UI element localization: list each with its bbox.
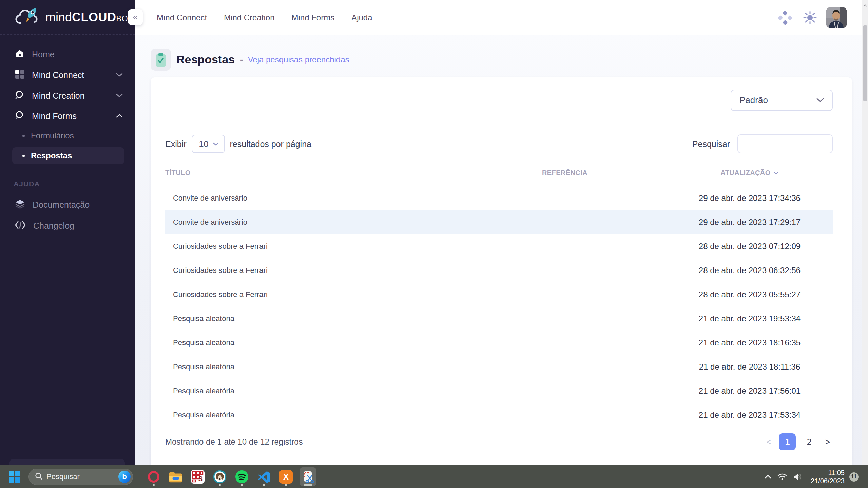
home-icon (15, 49, 24, 59)
cell-reference (480, 379, 650, 403)
table-body: Convite de aniversário 29 de abr. de 202… (151, 186, 852, 427)
chevron-down-icon (116, 93, 123, 99)
column-header-referencia[interactable]: REFERÊNCIA (480, 169, 650, 177)
preset-select[interactable]: Padrão (731, 90, 833, 111)
file-explorer-icon[interactable] (168, 467, 184, 486)
clock-time: 11:05 (811, 469, 845, 477)
vscode-icon[interactable] (256, 467, 272, 486)
page-title: Respostas (176, 53, 235, 66)
cell-title: Pesquisa aleatória (173, 355, 234, 379)
user-avatar[interactable] (826, 7, 847, 28)
nav-link-mind-forms[interactable]: Mind Forms (291, 13, 334, 22)
table-row[interactable]: Pesquisa aleatória 21 de abr. de 2023 17… (165, 379, 833, 403)
layers-icon (15, 199, 25, 210)
sidebar-collapse-button[interactable] (128, 9, 143, 25)
sidebar-item-documentacao[interactable]: Documentação (0, 196, 135, 213)
chevron-down-icon (116, 72, 123, 78)
chevron-down-icon (213, 141, 219, 147)
page-size-value: 10 (199, 139, 213, 149)
apps-grid-icon[interactable] (777, 0, 793, 35)
wifi-icon[interactable] (777, 473, 787, 481)
records-summary: Mostrando de 1 até 10 de 12 registros (165, 437, 303, 447)
sql-tool-icon[interactable] (190, 467, 206, 486)
vertical-scrollbar[interactable] (862, 0, 868, 465)
column-header-atualizacao[interactable]: ATUALIZAÇÃO (665, 169, 834, 177)
sidebar-item-formularios[interactable]: Formulários (0, 127, 135, 144)
search-input[interactable] (737, 134, 833, 153)
clipboard-check-icon (151, 49, 171, 71)
sidebar-item-label: Documentação (33, 200, 90, 210)
table-row[interactable]: Curiosidades sobre a Ferrari 28 de abr. … (165, 234, 833, 258)
opera-icon[interactable] (146, 467, 162, 486)
pagination-page-1[interactable]: 1 (779, 433, 796, 450)
page-size-control: Exibir 10 resultados por página (165, 135, 311, 153)
pagination-next-button[interactable]: > (822, 437, 833, 447)
code-icon (15, 221, 26, 230)
page-size-select[interactable]: 10 (192, 135, 225, 153)
brand-logo[interactable]: mindCLOUDBOX (0, 0, 135, 35)
dbeaver-icon[interactable] (212, 467, 228, 486)
taskbar-clock[interactable]: 11:05 21/06/2023 (811, 469, 845, 485)
cell-reference (480, 331, 650, 355)
windows-start-icon[interactable] (9, 471, 20, 484)
cell-reference (480, 210, 650, 234)
sidebar-subitem-label: Respostas (31, 151, 72, 161)
cell-title: Convite de aniversário (173, 186, 247, 210)
chevron-up-icon (116, 113, 123, 119)
nav-link-mind-connect[interactable]: Mind Connect (157, 13, 207, 22)
table-row[interactable]: Pesquisa aleatória 21 de abr. de 2023 17… (165, 403, 833, 427)
nav-link-ajuda[interactable]: Ajuda (351, 13, 372, 22)
sidebar-item-changelog[interactable]: Changelog (0, 217, 135, 234)
nav-link-mind-creation[interactable]: Mind Creation (224, 13, 274, 22)
table-header-row: TÍTULO REFERÊNCIA ATUALIZAÇÃO (165, 169, 833, 180)
taskbar-apps (146, 467, 316, 486)
table-row[interactable]: Convite de aniversário 29 de abr. de 202… (165, 210, 833, 234)
sidebar-item-mind-forms[interactable]: Mind Forms (0, 108, 135, 125)
sidebar-item-label: Home (32, 50, 55, 59)
table-row[interactable]: Curiosidades sobre a Ferrari 28 de abr. … (165, 258, 833, 282)
scrollbar-thumb[interactable] (863, 25, 867, 101)
notification-count-badge[interactable]: 11 (849, 472, 859, 482)
cell-title: Pesquisa aleatória (173, 403, 234, 427)
show-label: Exibir (165, 139, 187, 149)
table-row[interactable]: Convite de aniversário 29 de abr. de 202… (165, 186, 833, 210)
xampp-icon[interactable] (278, 467, 294, 486)
table-row[interactable]: Curiosidades sobre a Ferrari 28 de abr. … (165, 282, 833, 306)
cell-reference (480, 306, 650, 331)
sidebar-item-mind-creation[interactable]: Mind Creation (0, 87, 135, 104)
table-search: Pesquisar (692, 134, 833, 153)
search-icon (35, 472, 42, 481)
sidebar-item-label: Changelog (33, 221, 74, 231)
spotify-icon[interactable] (234, 467, 250, 486)
sidebar-item-home[interactable]: Home (0, 46, 135, 63)
sidebar-item-label: Mind Forms (32, 111, 77, 121)
snipping-tool-icon[interactable] (300, 467, 316, 486)
app-window: mindCLOUDBOX Home Mind Connect Mind Crea… (0, 0, 868, 488)
sidebar-item-mind-connect[interactable]: Mind Connect (0, 67, 135, 83)
magnifier-icon (15, 111, 24, 121)
table-row[interactable]: Pesquisa aleatória 21 de abr. de 2023 18… (165, 355, 833, 379)
page-subtitle-link[interactable]: Veja pesquisas preenchidas (248, 55, 349, 64)
cell-title: Curiosidades sobre a Ferrari (173, 258, 268, 282)
hidden-icons-chevron[interactable] (765, 475, 771, 479)
search-label: Pesquisar (692, 139, 730, 149)
column-header-titulo[interactable]: TÍTULO (165, 169, 191, 177)
chevron-down-icon (816, 97, 824, 104)
cell-updated: 21 de abr. de 2023 17:56:01 (665, 379, 834, 403)
cloud-rocket-logo-icon (15, 7, 41, 27)
volume-icon[interactable] (793, 473, 803, 481)
cell-reference (480, 258, 650, 282)
brand-word-light: mind (45, 10, 72, 24)
table-row[interactable]: Pesquisa aleatória 21 de abr. de 2023 18… (165, 331, 833, 355)
brand-wordmark: mindCLOUDBOX (45, 10, 134, 24)
sidebar-item-label: Mind Creation (32, 91, 85, 101)
header-nav: Mind Connect Mind Creation Mind Forms Aj… (157, 0, 372, 35)
pagination-page-2[interactable]: 2 (801, 433, 817, 450)
pagination-prev-button[interactable]: < (764, 437, 774, 447)
theme-sun-icon[interactable] (803, 0, 817, 35)
taskbar-tray: 11:05 21/06/2023 11 (765, 465, 859, 488)
sidebar-item-respostas[interactable]: Respostas (12, 147, 124, 164)
taskbar-search[interactable]: Pesquisar (28, 469, 133, 485)
scrollbar-up-arrow[interactable] (862, 2, 868, 9)
table-row[interactable]: Pesquisa aleatória 21 de abr. de 2023 19… (165, 306, 833, 331)
